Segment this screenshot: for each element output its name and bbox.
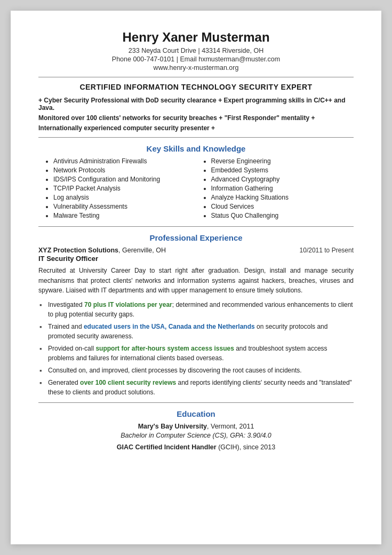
header-contact: Phone 000-747-0101 | Email hxmusterman@m… <box>38 56 354 63</box>
skill-item: TCP/IP Packet Analysis <box>53 185 196 192</box>
highlight-users: educated users in the USA, Canada and th… <box>84 323 255 330</box>
summary-line-3: Internationally experienced computer sec… <box>38 124 354 132</box>
company-name: XYZ Protection Solutions <box>38 247 118 254</box>
skill-item: Reverse Engineering <box>211 157 354 165</box>
header-section: Henry Xaner Musterman 233 Neyda Court Dr… <box>38 30 354 72</box>
summary-line-1: + Cyber Security Professional with DoD s… <box>38 97 354 112</box>
job-description: Recruited at University Career Day to st… <box>38 266 354 296</box>
experience-section-title: Professional Experience <box>38 233 354 242</box>
skills-grid: Antivirus Administration Firewalls Netwo… <box>38 157 354 221</box>
header-website: www.henry-x-musterman.org <box>38 64 354 72</box>
divider-4 <box>38 402 354 403</box>
divider-3 <box>38 226 354 227</box>
resume-headline: Certified Information Technology Securit… <box>38 83 354 91</box>
job-bullets: Investigated 70 plus IT violations per y… <box>38 300 354 397</box>
header-address: 233 Neyda Court Drive | 43314 Riverside,… <box>38 47 354 54</box>
bullet-item: Provided on-call support for after-hours… <box>38 344 354 363</box>
skills-section-title: Key Skills and Knowledge <box>38 144 354 153</box>
candidate-name: Henry Xaner Musterman <box>38 30 354 45</box>
edu-degree-line: Bachelor in Computer Science (CS), GPA: … <box>38 432 354 439</box>
skill-item: IDS/IPS Configuration and Monitoring <box>53 176 196 183</box>
skill-item: Network Protocols <box>53 166 196 174</box>
bullet-item: Trained and educated users in the USA, C… <box>38 322 354 341</box>
skill-item: Log analysis <box>53 194 196 201</box>
education-block: Mary's Bay University, Vermont, 2011 Bac… <box>38 423 354 451</box>
divider-2 <box>38 137 354 138</box>
skills-left-col: Antivirus Administration Firewalls Netwo… <box>38 157 196 221</box>
divider-1 <box>38 77 354 77</box>
skills-right-col: Reverse Engineering Embedded Systems Adv… <box>196 157 354 221</box>
job-header: XYZ Protection Solutions, Gerenville, OH… <box>38 247 354 254</box>
job-company: XYZ Protection Solutions, Gerenville, OH <box>38 247 166 254</box>
resume-page: Henry Xaner Musterman 233 Neyda Court Dr… <box>11 11 381 544</box>
highlight-reviews: over 100 client security reviews <box>80 379 176 386</box>
education-section-title: Education <box>38 409 354 418</box>
skill-item: Vulnerability Assessments <box>53 203 196 210</box>
job-title: IT Security Officer <box>38 255 354 263</box>
cert-name: GIAC Certified Incident Handler <box>117 443 217 451</box>
skill-item: Advanced Cryptography <box>211 176 354 183</box>
summary-line-2: Monitored over 100 clients' networks for… <box>38 114 354 122</box>
skill-item: Analyze Hacking Situations <box>211 194 354 201</box>
skill-item: Information Gathering <box>211 185 354 192</box>
company-location: , Gerenville, OH <box>118 247 166 254</box>
skill-item: Embedded Systems <box>211 166 354 174</box>
bullet-item: Generated over 100 client security revie… <box>38 378 354 397</box>
highlight-violations: 70 plus IT violations per year <box>84 301 172 308</box>
certification-line: GIAC Certified Incident Handler (GCIH), … <box>38 443 354 451</box>
university-name: Mary's Bay University <box>138 423 207 430</box>
skill-item: Status Quo Challenging <box>211 212 354 219</box>
highlight-support: support for after-hours system access is… <box>95 345 234 352</box>
bullet-item: Investigated 70 plus IT violations per y… <box>38 300 354 319</box>
skill-item: Antivirus Administration Firewalls <box>53 157 196 165</box>
job-date: 10/2011 to Present <box>300 247 354 254</box>
skill-item: Cloud Services <box>211 203 354 210</box>
bullet-item: Consulted on, and improved, client proce… <box>38 366 354 375</box>
edu-institution-line: Mary's Bay University, Vermont, 2011 <box>38 423 354 430</box>
skill-item: Malware Testing <box>53 212 196 219</box>
edu-location-date: , Vermont, 2011 <box>207 423 254 430</box>
